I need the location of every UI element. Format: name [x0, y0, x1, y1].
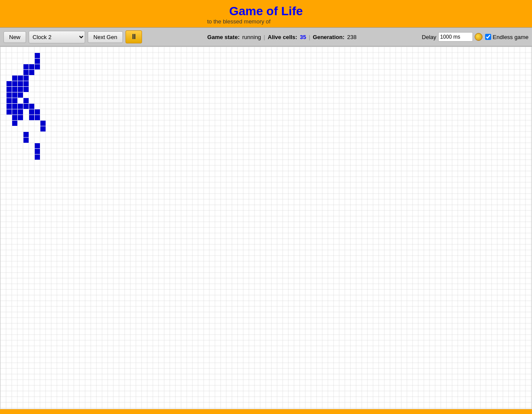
- generation-label: Generation:: [313, 34, 344, 40]
- status-area: Game state: running | Alive cells: 35 | …: [145, 34, 419, 40]
- game-state-label: Game state:: [207, 34, 239, 40]
- pause-button[interactable]: ⏸: [126, 30, 142, 43]
- endless-checkbox[interactable]: [485, 34, 491, 40]
- delay-area: Delay: [422, 32, 482, 42]
- page-header: Game of Life to the blessed memory of Jo…: [0, 0, 532, 27]
- delay-input[interactable]: [438, 32, 473, 42]
- alive-cells-label: Alive cells:: [268, 34, 297, 40]
- alive-cells-value: 35: [300, 34, 306, 40]
- subtitle: to the blessed memory of John Horton Con…: [0, 18, 532, 25]
- life-canvas[interactable]: [0, 47, 532, 409]
- new-button[interactable]: New: [3, 31, 26, 43]
- delay-label: Delay: [422, 34, 436, 40]
- title-part1: Game of: [229, 4, 281, 18]
- generation-value: 238: [347, 34, 357, 40]
- endless-area: Endless game: [485, 34, 529, 40]
- next-gen-button[interactable]: Next Gen: [88, 31, 123, 43]
- separator1: |: [264, 34, 265, 40]
- subtitle-link: John Horton Conway: [272, 18, 325, 25]
- delay-icon: [475, 33, 482, 41]
- grid-container: [0, 46, 532, 409]
- page-title: Game of Life: [0, 4, 532, 18]
- separator2: |: [309, 34, 310, 40]
- endless-label: Endless game: [493, 34, 529, 40]
- toolbar: New Clock 2 Clock 1 Clock 3 Clock 4 Next…: [0, 27, 532, 46]
- game-state-value: running: [242, 34, 261, 40]
- clock-select[interactable]: Clock 2 Clock 1 Clock 3 Clock 4: [29, 31, 85, 43]
- title-part2: Life: [281, 4, 303, 18]
